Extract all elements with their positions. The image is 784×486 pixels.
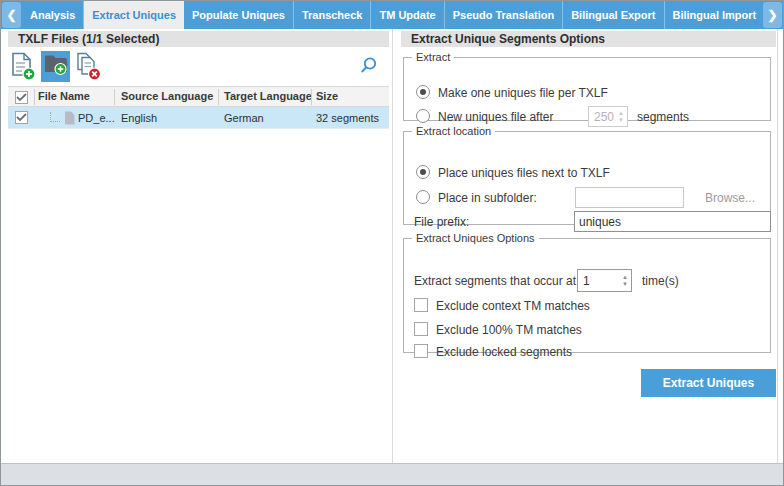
row-size: 32 segments [316, 107, 379, 129]
search-button[interactable] [359, 56, 379, 76]
column-header-target-language[interactable]: Target Language [224, 87, 312, 106]
checkbox-exclude-context-tm[interactable] [414, 298, 428, 312]
remove-files-button[interactable] [74, 52, 102, 85]
tabs-strip: Analysis Extract Uniques Populate Unique… [22, 1, 762, 29]
tab-bar: ❮ Analysis Extract Uniques Populate Uniq… [1, 1, 783, 29]
right-panel-edge [777, 29, 778, 463]
radio-one-file-per-txlf-label: Make one uniques file per TXLF [438, 86, 608, 100]
tree-branch-line [50, 112, 60, 122]
file-icon [64, 111, 75, 129]
chevron-right-icon: ❯ [767, 8, 777, 22]
tab-extract-uniques[interactable]: Extract Uniques [84, 1, 184, 29]
search-icon [359, 61, 378, 78]
occurrence-value: 1 [583, 274, 590, 288]
tab-transcheck[interactable]: Transcheck [294, 1, 372, 29]
add-folder-button[interactable] [41, 51, 70, 82]
checkmark-icon [16, 93, 27, 102]
spinner-arrows-icon[interactable]: ▲▼ [618, 110, 624, 124]
checkbox-exclude-context-tm-label: Exclude context TM matches [436, 299, 590, 313]
radio-new-file-after-label: New uniques file after [438, 110, 553, 124]
extract-location-group: Extract location Place uniques files nex… [403, 125, 771, 225]
row-source-language: English [121, 107, 157, 129]
chevron-left-icon: ❮ [6, 8, 16, 22]
extract-uniques-options-group: Extract Uniques Options Extract segments… [403, 232, 771, 353]
panel-divider [392, 29, 393, 463]
row-file-name: PD_e... [78, 107, 115, 129]
column-header-size[interactable]: Size [316, 87, 338, 106]
subfolder-input[interactable] [575, 187, 684, 208]
row-target-language: German [224, 107, 264, 129]
radio-one-file-per-txlf[interactable] [416, 85, 430, 99]
extract-uniques-button[interactable]: Extract Uniques [641, 369, 776, 397]
checkbox-exclude-100-tm-label: Exclude 100% TM matches [436, 323, 582, 337]
spinner-arrows-icon[interactable]: ▲▼ [622, 274, 628, 288]
tabs-scroll-right-button[interactable]: ❯ [763, 2, 782, 28]
file-table-header: File Name Source Language Target Languag… [8, 86, 389, 107]
right-panel-title: Extract Unique Segments Options [401, 31, 776, 47]
add-file-icon [10, 67, 36, 84]
file-prefix-label: File prefix: [414, 215, 469, 229]
remove-files-icon [74, 67, 102, 84]
tab-populate-uniques[interactable]: Populate Uniques [184, 1, 294, 29]
app-window: ❮ Analysis Extract Uniques Populate Uniq… [0, 0, 784, 486]
select-all-checkbox[interactable] [15, 91, 28, 104]
segments-suffix-label: segments [637, 110, 689, 124]
tab-analysis[interactable]: Analysis [22, 1, 84, 29]
radio-place-in-subfolder[interactable] [416, 190, 430, 204]
tab-bilingual-import[interactable]: Bilingual Import [665, 1, 763, 29]
tabs-scroll-left-button[interactable]: ❮ [2, 2, 21, 28]
occurrence-suffix-label: time(s) [642, 274, 679, 288]
extract-group: Extract Make one uniques file per TXLF N… [403, 51, 771, 121]
extract-uniques-options-legend: Extract Uniques Options [412, 232, 539, 244]
column-header-source-language[interactable]: Source Language [121, 87, 213, 106]
tab-pseudo-translation[interactable]: Pseudo Translation [445, 1, 563, 29]
column-header-file-name[interactable]: File Name [38, 87, 90, 106]
left-panel-title: TXLF Files (1/1 Selected) [8, 31, 389, 47]
add-file-button[interactable] [10, 52, 36, 85]
status-bar [1, 463, 783, 485]
extract-location-legend: Extract location [412, 125, 495, 137]
checkbox-exclude-100-tm[interactable] [414, 322, 428, 336]
radio-next-to-txlf[interactable] [416, 165, 430, 179]
occurrence-spinner[interactable]: 1 ▲▼ [577, 269, 632, 292]
table-row[interactable]: PD_e... English German 32 segments [8, 107, 389, 129]
tab-bilingual-export[interactable]: Bilingual Export [563, 1, 664, 29]
file-prefix-input[interactable] [574, 211, 771, 232]
radio-place-in-subfolder-label: Place in subfolder: [438, 191, 537, 205]
radio-next-to-txlf-label: Place uniques files next to TXLF [438, 166, 610, 180]
checkbox-exclude-locked[interactable] [414, 344, 428, 358]
add-folder-icon [44, 53, 68, 80]
browse-button[interactable]: Browse... [705, 191, 755, 205]
segments-count-value: 250 [594, 110, 614, 124]
extract-group-legend: Extract [412, 51, 454, 63]
tab-tm-update[interactable]: TM Update [371, 1, 444, 29]
segments-count-spinner[interactable]: 250 ▲▼ [588, 106, 628, 127]
row-checkbox[interactable] [15, 111, 28, 124]
checkmark-icon [16, 113, 27, 122]
radio-new-file-after[interactable] [416, 109, 430, 123]
checkbox-exclude-locked-label: Exclude locked segments [436, 345, 572, 359]
